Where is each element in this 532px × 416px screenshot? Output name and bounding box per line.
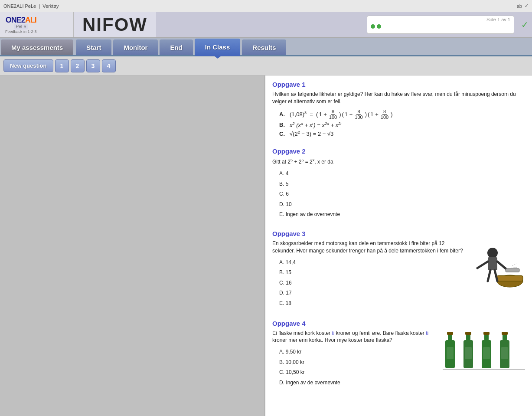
svg-rect-15 [465, 332, 471, 335]
question-1-text: Hvilken av følgende likheter er gyldige?… [272, 91, 525, 105]
app-title: NIFOW [74, 12, 156, 37]
woodcutter-image [469, 240, 525, 293]
question-num-2[interactable]: 2 [71, 59, 85, 72]
one2ali-logo: ONE2ALI PeLe Feedback in 1-2-3 [5, 16, 37, 34]
svg-line-8 [495, 270, 497, 281]
logo-pele: PeLe [14, 24, 28, 29]
q3-option-e: E. 18 [279, 299, 525, 308]
question-4-title: Oppgave 4 [272, 320, 525, 327]
tab-monitor[interactable]: Monitor [113, 39, 158, 55]
question-2-text: Gitt at 25 + 25 = 2x, x er da [272, 157, 525, 166]
preview-panel: Side 1 av 1 [367, 16, 514, 34]
svg-rect-24 [503, 335, 507, 340]
question-1-option-a: A. (1,08)3 = ( 1 + 8100 ) ( 1 + 8100 ) ( [279, 109, 525, 120]
preview-page-label: Side 1 av 1 [486, 17, 510, 22]
right-panel: Oppgave 1 Hvilken av følgende likheter e… [265, 75, 532, 416]
q2-option-c: C. 6 [279, 190, 525, 199]
logo-text: ONE2ALI PeLe | Verktøy [3, 3, 59, 9]
svg-line-4 [477, 262, 488, 268]
check-mark: ✓ [518, 12, 532, 37]
left-panel [0, 75, 265, 416]
svg-rect-23 [502, 332, 508, 335]
dot-green-2 [377, 24, 381, 29]
svg-rect-1 [497, 275, 523, 281]
question-4: Oppgave 4 [272, 320, 525, 389]
question-2: Oppgave 2 Gitt at 25 + 25 = 2x, x er da … [272, 147, 525, 219]
svg-rect-11 [447, 332, 453, 335]
top-bar-icons: ab ✓ [517, 3, 529, 9]
svg-line-10 [511, 267, 517, 268]
svg-rect-12 [448, 335, 452, 340]
question-num-4[interactable]: 4 [102, 59, 116, 72]
svg-rect-22 [483, 347, 490, 359]
header: ONE2ALI PeLe Feedback in 1-2-3 NIFOW Sid… [0, 12, 532, 38]
dot-green-1 [371, 24, 375, 29]
svg-rect-6 [506, 269, 519, 272]
check-icon: ✓ [525, 3, 529, 9]
question-3: Oppgave 3 [272, 230, 525, 309]
svg-rect-3 [488, 257, 497, 270]
text-icon: ab [517, 3, 522, 9]
svg-rect-16 [466, 335, 470, 340]
tab-results[interactable]: Results [242, 39, 286, 55]
question-2-answers: A. 4 B. 5 C. 6 D. 10 E. Ingen av de over… [279, 169, 525, 219]
question-num-1[interactable]: 1 [55, 59, 69, 72]
svg-rect-19 [483, 332, 490, 335]
svg-rect-20 [484, 335, 489, 340]
svg-point-2 [487, 248, 498, 258]
colored-word-2: ti [426, 330, 428, 336]
question-3-title: Oppgave 3 [272, 230, 525, 237]
navigation-tabs: My assessments Start Monitor End In Clas… [0, 38, 532, 56]
preview-dots [371, 24, 381, 29]
svg-line-9 [512, 264, 516, 266]
svg-rect-14 [447, 347, 454, 359]
new-question-button[interactable]: New question [3, 59, 53, 72]
svg-line-7 [488, 270, 490, 281]
question-1: Oppgave 1 Hvilken av følgende likheter e… [272, 81, 525, 137]
q2-option-d: D. 10 [279, 200, 525, 210]
q2-option-a: A. 4 [279, 169, 525, 179]
top-bar: ONE2ALI PeLe | Verktøy ab ✓ [0, 0, 532, 12]
svg-rect-18 [465, 347, 472, 359]
q2-option-e: E. Ingen av de overnevnte [279, 210, 525, 219]
logo-name: ONE2ALI [6, 16, 36, 24]
bottles-image [443, 330, 525, 387]
logo-area: ONE2ALI PeLe Feedback in 1-2-3 [0, 12, 74, 37]
question-1-option-c: C. √(22 − 3) = 2 − √3 [279, 130, 525, 137]
toolbar: New question 1 2 3 4 [0, 56, 532, 75]
question-1-title: Oppgave 1 [272, 81, 525, 88]
question-1-option-b: B. x2 (xa + xr) = x2a + x2r [279, 121, 525, 128]
logo-feedback: Feedback in 1-2-3 [5, 29, 37, 34]
tab-in-class[interactable]: In Class [195, 39, 241, 56]
tab-my-assessments[interactable]: My assessments [1, 39, 73, 55]
logo-ali: ALI [25, 16, 36, 24]
svg-rect-26 [501, 347, 508, 359]
tab-start[interactable]: Start [76, 39, 111, 55]
tab-end[interactable]: End [160, 39, 193, 55]
question-2-title: Oppgave 2 [272, 147, 525, 155]
main-content: Oppgave 1 Hvilken av følgende likheter e… [0, 75, 532, 416]
application-logo-area: ONE2ALI PeLe | Verktøy [3, 3, 59, 9]
question-num-3[interactable]: 3 [86, 59, 100, 72]
q2-option-b: B. 5 [279, 180, 525, 189]
